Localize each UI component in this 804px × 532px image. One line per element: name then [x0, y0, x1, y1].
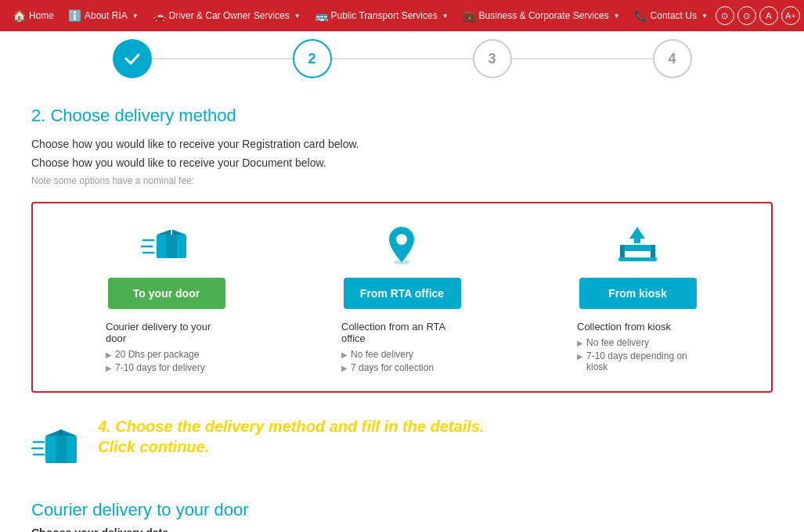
nav-driver-label: Driver & Car Owner Services [169, 10, 290, 21]
home-icon: 🏠 [13, 9, 26, 22]
door-detail-2: ▶ 7-10 days for delivery [106, 362, 227, 373]
section-title: 2. Choose delivery method [31, 106, 773, 126]
svg-rect-21 [56, 436, 67, 463]
svg-rect-6 [166, 235, 177, 258]
rta-detail-2: ▶ 7 days for collection [341, 362, 463, 373]
step-line-2-3 [332, 58, 473, 59]
arrow-icon-5: ▶ [577, 339, 583, 347]
from-rta-office-button[interactable]: From RTA office [344, 278, 461, 309]
delivery-option-kiosk: From kiosk Collection from kiosk ▶ No fe… [520, 223, 755, 376]
svg-rect-12 [651, 245, 655, 259]
nav-about-ria[interactable]: ℹ️ About RIA ▼ [62, 0, 145, 31]
nav-contact[interactable]: 📞 Contact Us ▼ [628, 0, 714, 31]
rta-delivery-desc: Collection from an RTA office ▶ No fee d… [341, 321, 463, 376]
arrow-icon-6: ▶ [577, 352, 583, 361]
font-normal-btn[interactable]: A [759, 6, 778, 25]
bus-icon: 🚌 [315, 9, 328, 22]
phone-icon: 📞 [634, 9, 647, 22]
chevron-down-icon: ▼ [132, 13, 139, 20]
arrow-icon-2: ▶ [106, 364, 112, 372]
rta-location-icon [380, 223, 424, 266]
briefcase-icon: 💼 [463, 9, 476, 22]
arrow-icon-3: ▶ [341, 350, 348, 359]
delivery-options-container: To your door Courier delivery to your do… [31, 202, 773, 393]
step-1 [113, 39, 152, 78]
nav-public-transport[interactable]: 🚌 Public Transport Services ▼ [308, 0, 455, 31]
step-line-3-4 [512, 58, 653, 59]
chevron-down-icon-3: ▼ [442, 13, 449, 20]
kiosk-desc-title: Collection from kiosk [577, 321, 698, 332]
accessibility-btn-1[interactable]: ⊙ [716, 6, 734, 25]
arrow-icon-1: ▶ [106, 350, 112, 359]
note-text: Note some options have a nominal fee: [31, 175, 773, 186]
step-4: 4 [653, 39, 692, 78]
chevron-down-icon-2: ▼ [294, 13, 301, 20]
to-your-door-button[interactable]: To your door [108, 278, 225, 309]
svg-marker-14 [629, 227, 645, 243]
kiosk-detail-1: ▶ No fee delivery [577, 337, 698, 348]
nav-right-controls: ⊙ ⊙ A A+ عربي [716, 6, 804, 25]
courier-delivery-title: Courier delivery to your door [31, 500, 773, 520]
nav-business[interactable]: 💼 Business & Corporate Services ▼ [456, 0, 626, 31]
main-content: 2. Choose delivery method Choose how you… [0, 90, 804, 532]
instruction-2: Choose how you would like to receive you… [31, 156, 773, 169]
instruction-1: Choose how you would like to receive you… [31, 138, 773, 150]
accessibility-btn-2[interactable]: ⊙ [737, 6, 756, 25]
guide-text-line1: 4. Choose the delivery method and fill i… [98, 416, 484, 437]
kiosk-detail-2: ▶ 7-10 days depending on kiosk [577, 350, 698, 372]
door-delivery-desc: Courier delivery to your door ▶ 20 Dhs p… [106, 321, 227, 376]
step-3: 3 [473, 39, 512, 78]
navbar: 🏠 Home ℹ️ About RIA ▼ 🚗 Driver & Car Own… [0, 0, 804, 31]
nav-home[interactable]: 🏠 Home [6, 0, 60, 31]
car-icon: 🚗 [153, 9, 166, 22]
svg-rect-10 [620, 245, 655, 251]
step-line-1-2 [152, 58, 293, 59]
nav-contact-label: Contact Us [651, 10, 697, 21]
nav-business-label: Business & Corporate Services [479, 10, 609, 21]
delivery-option-rta: From RTA office Collection from an RTA o… [284, 223, 520, 376]
delivery-date-label: Choose your delivery date [31, 527, 773, 532]
guide-section: 4. Choose the delivery method and fill i… [31, 416, 773, 480]
info-icon: ℹ️ [68, 9, 81, 22]
nav-transport-label: Public Transport Services [331, 10, 438, 21]
bottom-section: Courier delivery to your door Choose you… [31, 500, 773, 532]
delivery-option-door: To your door Courier delivery to your do… [49, 223, 284, 376]
kiosk-delivery-desc: Collection from kiosk ▶ No fee delivery … [577, 321, 698, 375]
kiosk-icon [612, 223, 663, 266]
svg-point-9 [394, 260, 409, 264]
nav-home-label: Home [29, 10, 54, 21]
svg-point-8 [396, 234, 407, 245]
guide-text-line2: Click continue. [98, 437, 484, 457]
rta-desc-title: Collection from an RTA office [341, 321, 463, 344]
nav-driver-car[interactable]: 🚗 Driver & Car Owner Services ▼ [146, 0, 307, 31]
arrow-icon-4: ▶ [341, 364, 348, 372]
font-large-btn[interactable]: A+ [781, 6, 800, 25]
guide-text-container: 4. Choose the delivery method and fill i… [98, 416, 484, 457]
nav-about-label: About RIA [85, 10, 128, 21]
steps-indicator: 2 3 4 [0, 31, 804, 90]
door-desc-title: Courier delivery to your door [106, 321, 227, 344]
chevron-down-icon-4: ▼ [614, 13, 620, 20]
step-2: 2 [293, 39, 332, 78]
from-kiosk-button[interactable]: From kiosk [579, 278, 697, 309]
guide-box-icon [31, 420, 82, 480]
door-detail-1: ▶ 20 Dhs per package [106, 349, 227, 360]
svg-rect-11 [620, 245, 625, 259]
rta-detail-1: ▶ No fee delivery [341, 349, 463, 360]
delivery-box-icon [139, 223, 194, 266]
svg-rect-13 [618, 257, 657, 261]
chevron-down-icon-5: ▼ [701, 13, 708, 20]
